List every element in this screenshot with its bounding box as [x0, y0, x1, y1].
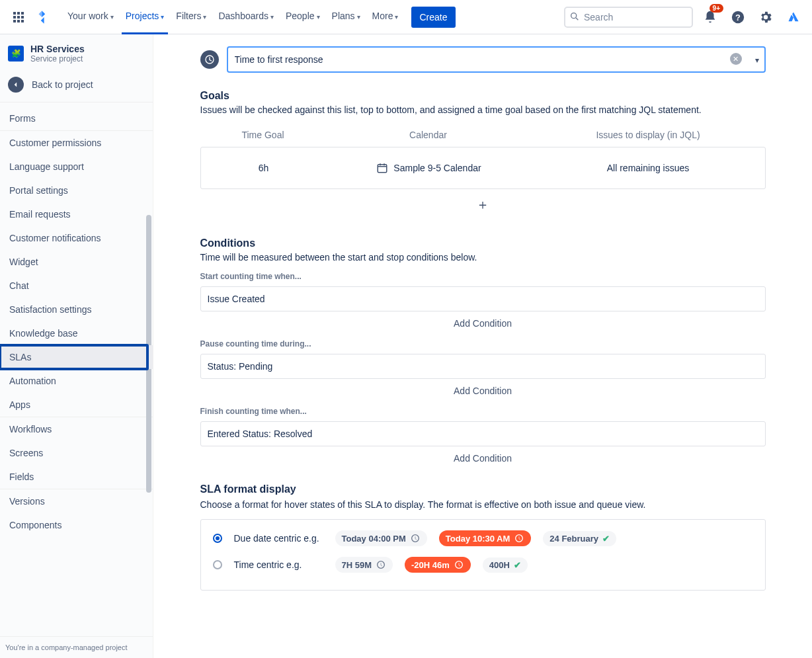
sidebar-item-versions[interactable]: Versions [0, 489, 153, 513]
goals-title: Goals [200, 90, 766, 102]
nav-label: People [286, 11, 315, 21]
nav-projects[interactable]: Projects▾ [122, 0, 169, 34]
nav-label: Dashboards [218, 11, 268, 21]
sidebar-item-widget[interactable]: Widget [0, 250, 153, 274]
help-icon[interactable]: ? [727, 7, 749, 28]
radio-due-label: Due date centric e.g. [234, 533, 323, 544]
sidebar-item-slas[interactable]: SLAs [0, 345, 153, 369]
chevron-down-icon: ▾ [395, 13, 398, 21]
chevron-down-icon[interactable]: ▾ [755, 56, 759, 65]
pill-text: 7H 59M [342, 560, 372, 570]
sidebar-item-portal-settings[interactable]: Portal settings [0, 179, 153, 202]
nav-label: Your work [67, 11, 108, 21]
search-icon [569, 11, 580, 22]
nav-items: Your work▾ Projects▾ Filters▾ Dashboards… [63, 0, 456, 34]
start-condition-box[interactable]: Issue Created [200, 286, 766, 311]
sidebar-item-knowledge-base[interactable]: Knowledge base [0, 321, 153, 345]
pill-due-red: Today 10:30 AM [439, 530, 532, 546]
check-icon: ✔ [602, 534, 610, 544]
sla-name-field: ✕ ▾ [227, 46, 766, 73]
format-box: Due date centric e.g. Today 04:00 PM Tod… [200, 519, 766, 591]
pill-time-done: 400H ✔ [483, 557, 528, 573]
check-icon: ✔ [514, 560, 521, 570]
clock-icon [376, 559, 386, 570]
col-calendar: Calendar [326, 130, 531, 140]
pause-value: Status: Pending [208, 361, 273, 372]
add-pause-condition[interactable]: Add Condition [200, 380, 766, 400]
radio-due-date[interactable] [213, 534, 222, 543]
create-button[interactable]: Create [411, 7, 455, 28]
clock-icon [410, 533, 421, 544]
add-start-condition[interactable]: Add Condition [200, 313, 766, 333]
main: ✕ ▾ Goals Issues will be checked against… [153, 34, 812, 658]
goal-time: 6h [201, 163, 327, 173]
project-header: 🧩 HR Services Service project [0, 34, 153, 67]
sidebar-item-components[interactable]: Components [0, 513, 153, 532]
nav-label: Projects [126, 11, 159, 21]
nav-label: Plans [332, 11, 355, 21]
pill-text: Today 10:30 AM [446, 534, 510, 544]
sidebar-item-forms[interactable]: Forms [0, 106, 153, 130]
atlassian-icon[interactable] [783, 7, 804, 28]
notifications-icon[interactable]: 9+ [700, 7, 721, 28]
sidebar-item-automation[interactable]: Automation [0, 369, 153, 393]
nav-left: Your work▾ Projects▾ Filters▾ Dashboards… [8, 0, 456, 34]
goals-box: 6h Sample 9-5 Calendar All remaining iss… [200, 147, 766, 189]
pill-text: 24 February [549, 534, 598, 544]
nav-dashboards[interactable]: Dashboards▾ [214, 0, 278, 34]
conditions-desc: Time will be measured between the start … [200, 252, 766, 263]
nav-label: More [372, 11, 393, 21]
goal-jql: All remaining issues [532, 163, 765, 173]
nav-filters[interactable]: Filters▾ [172, 0, 210, 34]
clear-icon[interactable]: ✕ [730, 53, 742, 65]
nav-plans[interactable]: Plans▾ [328, 0, 364, 34]
sidebar-item-screens[interactable]: Screens [0, 441, 153, 465]
jira-logo-icon[interactable] [34, 9, 52, 26]
sidebar-item-language-support[interactable]: Language support [0, 155, 153, 179]
svg-line-1 [576, 18, 578, 20]
nav-people[interactable]: People▾ [282, 0, 324, 34]
notification-badge: 9+ [710, 4, 723, 13]
sidebar-item-workflows[interactable]: Workflows [0, 417, 153, 441]
sidebar-item-chat[interactable]: Chat [0, 274, 153, 298]
pill-time-red: -20H 46m [405, 557, 471, 573]
back-to-project[interactable]: Back to project [0, 67, 153, 102]
svg-text:?: ? [735, 12, 741, 22]
finish-condition-box[interactable]: Entered Status: Resolved [200, 421, 766, 446]
sidebar-item-email-requests[interactable]: Email requests [0, 202, 153, 226]
radio-time-centric[interactable] [213, 560, 222, 569]
start-value: Issue Created [208, 294, 265, 304]
format-row-due: Due date centric e.g. Today 04:00 PM Tod… [213, 530, 753, 546]
app-switcher-icon[interactable] [8, 7, 29, 28]
search-wrap [564, 7, 693, 28]
top-nav: Your work▾ Projects▾ Filters▾ Dashboards… [0, 0, 812, 34]
pill-time-grey: 7H 59M [335, 557, 393, 573]
pill-due-done: 24 February ✔ [543, 531, 616, 546]
sidebar-item-apps[interactable]: Apps [0, 393, 153, 417]
sidebar-item-customer-permissions[interactable]: Customer permissions [0, 131, 153, 155]
pill-due-grey: Today 04:00 PM [335, 530, 427, 546]
nav-your-work[interactable]: Your work▾ [63, 0, 118, 34]
nav-more[interactable]: More▾ [368, 0, 403, 34]
search-input[interactable] [564, 7, 693, 28]
settings-icon[interactable] [755, 7, 776, 28]
svg-point-0 [571, 13, 577, 18]
goal-cal-text: Sample 9-5 Calendar [393, 163, 481, 173]
conditions-title: Conditions [200, 237, 766, 249]
goal-row[interactable]: 6h Sample 9-5 Calendar All remaining iss… [201, 147, 765, 188]
pause-condition-box[interactable]: Status: Pending [200, 354, 766, 379]
add-goal-row: ＋ [200, 189, 766, 220]
col-time-goal: Time Goal [200, 130, 326, 140]
pill-text: 400H [489, 560, 510, 570]
sla-name-input[interactable] [227, 46, 766, 73]
sidebar-item-fields[interactable]: Fields [0, 465, 153, 489]
start-label: Start counting time when... [200, 272, 766, 281]
add-finish-condition[interactable]: Add Condition [200, 448, 766, 468]
chevron-down-icon: ▾ [110, 13, 114, 21]
sidebar-item-satisfaction[interactable]: Satisfaction settings [0, 298, 153, 321]
add-goal-icon[interactable]: ＋ [476, 197, 489, 212]
sidebar-scroll[interactable]: Forms Customer permissions Language supp… [0, 103, 153, 636]
sidebar-item-customer-notifications[interactable]: Customer notifications [0, 226, 153, 250]
pill-text: Today 04:00 PM [342, 534, 406, 544]
nav-right: 9+ ? [564, 7, 804, 28]
